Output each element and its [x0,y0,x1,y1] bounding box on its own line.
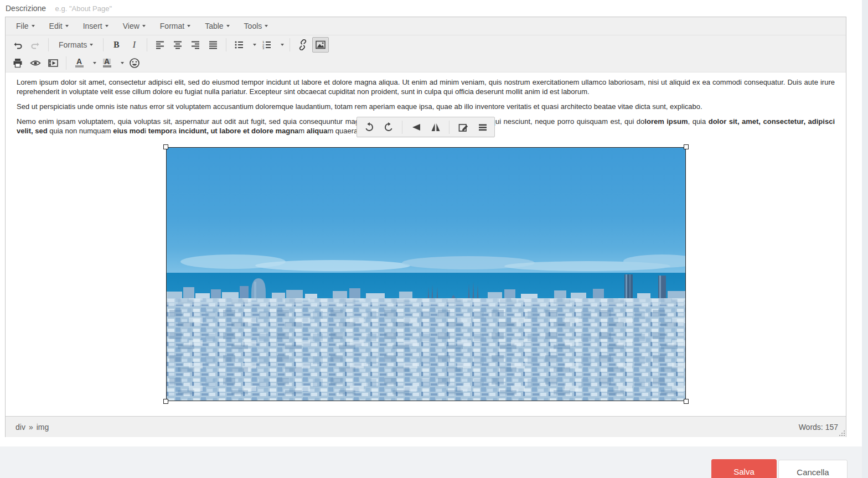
chevron-down-icon [32,25,35,27]
align-right-button[interactable] [187,37,204,53]
field-label: Descrizione [6,4,46,13]
undo-button[interactable] [9,37,26,53]
italic-button[interactable]: I [126,37,142,53]
field-header: Descrizione e.g. "About Page" [6,3,112,13]
bold-icon: B [113,40,120,50]
menu-edit-label: Edit [49,22,63,30]
formats-dropdown[interactable]: Formats [53,37,99,53]
eye-icon [30,58,41,69]
chevron-down-icon [253,44,256,46]
numbered-list-icon: 123 [262,40,272,50]
background-color-button[interactable]: A [99,55,115,71]
rotate-left-button[interactable] [360,118,378,136]
image-icon [315,39,326,50]
align-right-icon [190,40,200,50]
media-icon [48,58,59,69]
resize-handle-top-right[interactable] [684,144,689,149]
toolbar-row-1: Formats B I 123 [6,35,846,54]
formats-label: Formats [59,40,87,49]
word-count: Words: 157 [799,423,838,432]
resize-grip-icon[interactable] [839,430,845,436]
resize-handle-bottom-left[interactable] [163,399,168,404]
align-left-button[interactable] [152,37,168,53]
toolbar-separator [449,121,450,134]
edit-image-icon [458,122,469,133]
preview-button[interactable] [27,55,44,71]
chevron-down-icon [142,25,146,27]
menu-file[interactable]: File [9,18,42,34]
text-color-options[interactable] [89,55,97,71]
page-scrollbar[interactable] [862,0,868,478]
bullet-list-options[interactable] [249,37,257,53]
align-center-icon [173,40,183,50]
image-context-toolbar [356,117,495,137]
menu-file-label: File [16,22,29,30]
flip-vertical-button[interactable] [407,118,425,136]
chevron-down-icon [105,25,108,27]
text-color-button[interactable]: A [71,55,87,71]
toolbar-row-2: A A [6,54,846,72]
menu-format[interactable]: Format [153,18,198,34]
menu-view[interactable]: View [116,18,153,34]
menu-insert-label: Insert [83,22,102,30]
element-path-img[interactable]: img [34,422,51,433]
image-options-button[interactable] [473,118,492,136]
field-hint: e.g. "About Page" [55,4,112,13]
print-button[interactable] [9,55,26,71]
undo-icon [12,39,23,50]
statusbar: div » img Words: 157 [6,416,846,437]
save-button[interactable]: Salva [711,459,777,478]
numbered-list-options[interactable] [276,37,285,53]
cancel-button[interactable]: Cancella [778,460,848,478]
flip-horizontal-button[interactable] [426,118,445,136]
menu-tools[interactable]: Tools [237,18,276,34]
insert-media-button[interactable] [45,55,61,71]
paragraph: Lorem ipsum dolor sit amet, consectetur … [17,77,835,96]
bullet-list-button[interactable] [231,37,247,53]
menu-table[interactable]: Table [198,18,236,34]
toolbar-separator [226,38,226,51]
toolbar-separator [48,38,49,51]
align-justify-button[interactable] [205,37,221,53]
menu-insert[interactable]: Insert [76,18,116,34]
text-color-icon: A [75,59,84,67]
emoticons-button[interactable] [126,55,143,71]
editor-content[interactable]: Lorem ipsum dolor sit amet, consectetur … [6,72,846,416]
chevron-down-icon [226,25,230,27]
resize-handle-top-left[interactable] [163,144,168,149]
numbered-list-button[interactable]: 123 [259,37,275,53]
background-color-options[interactable] [116,55,125,71]
link-icon [297,39,308,50]
toolbar-separator [402,121,402,134]
embedded-image[interactable] [167,148,685,401]
resize-handle-bottom-right[interactable] [684,399,689,404]
chevron-down-icon [121,62,124,64]
redo-icon [30,39,41,50]
insert-image-button[interactable] [312,37,329,53]
image-options-icon [477,122,488,133]
paragraph: Sed ut perspiciatis unde omnis iste natu… [17,102,835,111]
rotate-right-button[interactable] [379,118,397,136]
element-path-div[interactable]: div [13,422,28,433]
redo-button[interactable] [27,37,44,53]
chevron-down-icon [65,25,69,27]
flip-horizontal-icon [430,122,441,133]
align-justify-icon [208,40,218,50]
rotate-left-icon [364,122,375,133]
insert-link-button[interactable] [294,37,311,53]
align-center-button[interactable] [169,37,186,53]
chevron-down-icon [93,62,96,64]
background-color-icon: A [103,59,111,67]
bold-button[interactable]: B [108,37,125,53]
svg-text:3: 3 [262,46,265,50]
rich-text-editor: File Edit Insert View Format Table Tools… [5,17,846,437]
menu-tools-label: Tools [244,22,262,30]
menu-view-label: View [123,22,140,30]
edit-image-button[interactable] [454,118,472,136]
menubar: File Edit Insert View Format Table Tools [6,17,846,35]
smiley-icon [129,58,140,69]
chevron-down-icon [187,25,190,27]
menu-edit[interactable]: Edit [42,18,76,34]
print-icon [12,58,23,69]
barcelona-skyline-image [167,148,685,401]
